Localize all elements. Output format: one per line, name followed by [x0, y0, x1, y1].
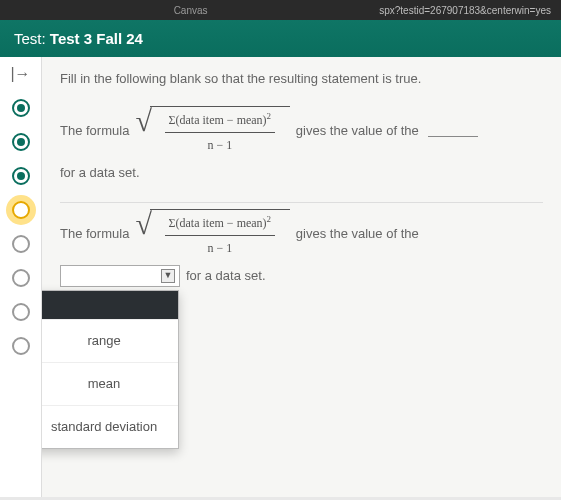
- browser-url-fragment: spx?testid=267907183&centerwin=yes: [379, 5, 551, 16]
- blank-placeholder: [428, 125, 478, 137]
- formula-lead-text-2: The formula: [60, 223, 129, 245]
- question-nav-dot-5[interactable]: [12, 235, 30, 253]
- sigma-icon: Σ: [169, 113, 176, 127]
- sigma-icon-2: Σ: [169, 216, 176, 230]
- formula-display-2: √ Σ(data item − mean)2 n − 1: [135, 209, 289, 259]
- question-nav-dot-3[interactable]: [12, 167, 30, 185]
- dropdown-option-blank[interactable]: [42, 291, 178, 319]
- question-content: Fill in the following blank so that the …: [42, 57, 561, 497]
- question-reference-block: The formula √ Σ(data item − mean)2 n − 1…: [60, 100, 543, 203]
- page-body: |→ Fill in the following blank so that t…: [0, 57, 561, 497]
- question-nav-dot-4[interactable]: [12, 201, 30, 219]
- question-nav-dot-1[interactable]: [12, 99, 30, 117]
- dropdown-option-mean[interactable]: mean: [42, 362, 178, 405]
- tail-gives-2: gives the value of the: [296, 223, 419, 245]
- dropdown-option-standard-deviation[interactable]: standard deviation: [42, 405, 178, 448]
- chevron-down-icon: ▼: [161, 269, 175, 283]
- answer-dropdown[interactable]: ▼ range mean standard deviation: [60, 265, 180, 287]
- question-answer-block: The formula √ Σ(data item − mean)2 n − 1…: [60, 203, 543, 305]
- browser-tab-hint: Canvas: [10, 5, 371, 16]
- question-nav-dot-7[interactable]: [12, 303, 30, 321]
- question-nav-dot-2[interactable]: [12, 133, 30, 151]
- formula-display: √ Σ(data item − mean)2 n − 1: [135, 106, 289, 156]
- formula-lead-text: The formula: [60, 120, 129, 142]
- tail-gives: gives the value of the: [296, 120, 419, 142]
- browser-url-bar: Canvas spx?testid=267907183&centerwin=ye…: [0, 0, 561, 20]
- test-header: Test: Test 3 Fall 24: [0, 20, 561, 57]
- question-nav: |→: [0, 57, 42, 497]
- answer-dropdown-menu: range mean standard deviation: [42, 290, 179, 449]
- dropdown-option-range[interactable]: range: [42, 319, 178, 362]
- collapse-nav-button[interactable]: |→: [7, 63, 35, 85]
- tail-for-2: for a data set.: [186, 265, 266, 287]
- question-nav-dot-6[interactable]: [12, 269, 30, 287]
- page-title: Test 3 Fall 24: [50, 30, 143, 47]
- question-instruction: Fill in the following blank so that the …: [60, 71, 543, 86]
- tail-for: for a data set.: [60, 162, 140, 184]
- header-prefix: Test:: [14, 30, 46, 47]
- question-nav-dot-8[interactable]: [12, 337, 30, 355]
- arrow-right-bar-icon: |→: [10, 65, 30, 83]
